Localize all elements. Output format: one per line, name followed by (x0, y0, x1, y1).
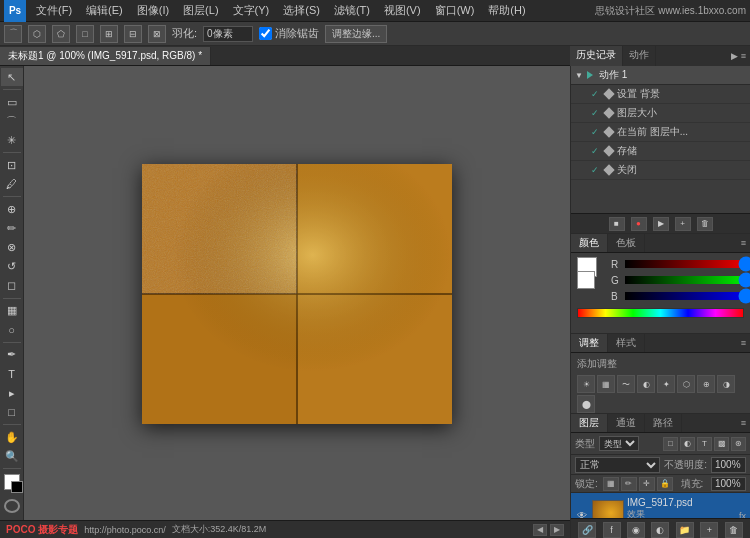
add-adjustment-label[interactable]: 添加调整 (577, 357, 744, 371)
quick-mask-btn[interactable] (4, 499, 20, 513)
lock-image-btn[interactable]: ✏ (621, 477, 637, 491)
shape-layer-btn[interactable]: ▩ (714, 437, 729, 451)
layer-visibility-1[interactable]: 👁 (575, 509, 589, 519)
tab-palette[interactable]: 色板 (608, 234, 645, 252)
panel-menu-icon[interactable]: ▶ (731, 51, 738, 61)
menu-edit[interactable]: 编辑(E) (80, 1, 129, 20)
background-swatch[interactable] (577, 271, 595, 289)
menu-select[interactable]: 选择(S) (277, 1, 326, 20)
menu-view[interactable]: 视图(V) (378, 1, 427, 20)
background-color[interactable] (11, 481, 23, 493)
add-mask-btn[interactable]: ◉ (627, 522, 645, 538)
fill-input[interactable] (711, 477, 746, 491)
stop-action-btn[interactable]: ■ (609, 217, 625, 231)
action-group-arrow[interactable]: ▼ (575, 71, 583, 80)
tab-paths[interactable]: 路径 (645, 414, 682, 432)
lasso-tool-icon[interactable]: ⌒ (4, 25, 22, 43)
hand-tool[interactable]: ✋ (1, 428, 23, 446)
eraser-tool[interactable]: ◻ (1, 277, 23, 295)
menu-file[interactable]: 文件(F) (30, 1, 78, 20)
new-layer-btn[interactable]: + (700, 522, 718, 538)
bw-adj-btn[interactable]: ◑ (717, 375, 735, 393)
color-spectrum[interactable] (577, 308, 744, 318)
pixel-layer-btn[interactable]: □ (663, 437, 678, 451)
menu-text[interactable]: 文字(Y) (227, 1, 276, 20)
path-select-tool[interactable]: ▸ (1, 384, 23, 402)
adjust-edge-button[interactable]: 调整边缘... (325, 25, 387, 43)
text-layer-btn[interactable]: T (697, 437, 712, 451)
clone-tool[interactable]: ⊗ (1, 238, 23, 256)
panel-expand-icon[interactable]: ≡ (741, 51, 746, 61)
document-tab[interactable]: 未标题1 @ 100% (IMG_5917.psd, RGB/8) * (0, 47, 211, 65)
lasso-tool[interactable]: ⌒ (1, 112, 23, 130)
color-panel-menu[interactable]: ≡ (741, 238, 746, 248)
b-slider[interactable] (625, 292, 750, 300)
text-tool[interactable]: T (1, 365, 23, 383)
new-group-btn[interactable]: 📁 (676, 522, 694, 538)
link-layers-btn[interactable]: 🔗 (578, 522, 596, 538)
adj-panel-menu[interactable]: ≡ (741, 338, 746, 348)
lock-transparent-btn[interactable]: ▦ (603, 477, 619, 491)
opacity-input[interactable] (711, 457, 746, 473)
action-item-3[interactable]: ✓ 在当前 图层中... (571, 123, 750, 142)
menu-layer[interactable]: 图层(L) (177, 1, 224, 20)
menu-filter[interactable]: 滤镜(T) (328, 1, 376, 20)
blend-mode-select[interactable]: 正常 (575, 457, 660, 473)
action-run-btn[interactable] (587, 71, 595, 79)
shape-tool[interactable]: □ (1, 403, 23, 421)
spot-heal-tool[interactable]: ⊕ (1, 200, 23, 218)
magic-wand-tool[interactable]: ✳ (1, 131, 23, 149)
tab-adjustments[interactable]: 调整 (571, 334, 608, 352)
anti-alias-check[interactable] (259, 27, 272, 40)
action-item-5[interactable]: ✓ 关闭 (571, 161, 750, 180)
tab-channels[interactable]: 通道 (608, 414, 645, 432)
nav-right-btn[interactable]: ▶ (550, 524, 564, 536)
hsl-adj-btn[interactable]: ⬡ (677, 375, 695, 393)
action-item-2[interactable]: ✓ 图层大小 (571, 104, 750, 123)
r-slider[interactable] (625, 260, 750, 268)
lock-position-btn[interactable]: ✛ (639, 477, 655, 491)
tab-layers[interactable]: 图层 (571, 414, 608, 432)
canvas-scroll[interactable] (24, 66, 570, 522)
new-selection-icon[interactable]: □ (76, 25, 94, 43)
tab-styles[interactable]: 样式 (608, 334, 645, 352)
delete-action-btn[interactable]: 🗑 (697, 217, 713, 231)
anti-alias-checkbox[interactable]: 消除锯齿 (259, 26, 319, 41)
vibrance-adj-btn[interactable]: ✦ (657, 375, 675, 393)
menu-image[interactable]: 图像(I) (131, 1, 175, 20)
menu-help[interactable]: 帮助(H) (482, 1, 531, 20)
foreground-color[interactable] (4, 474, 20, 490)
inter-selection-icon[interactable]: ⊠ (148, 25, 166, 43)
gradient-tool[interactable]: ▦ (1, 302, 23, 320)
kind-select[interactable]: 类型 (599, 436, 639, 451)
colorbal-adj-btn[interactable]: ⊕ (697, 375, 715, 393)
crop-tool[interactable]: ⊡ (1, 156, 23, 174)
adj-layer-btn[interactable]: ◐ (680, 437, 695, 451)
menu-window[interactable]: 窗口(W) (429, 1, 481, 20)
exposure-adj-btn[interactable]: ◐ (637, 375, 655, 393)
tab-color[interactable]: 颜色 (571, 234, 608, 252)
new-action-btn[interactable]: + (675, 217, 691, 231)
smart-layer-btn[interactable]: ⊛ (731, 437, 746, 451)
nav-left-btn[interactable]: ◀ (533, 524, 547, 536)
layer-item-1[interactable]: 👁 IMG_5917.psd 效果 投影 fx (571, 493, 750, 518)
delete-layer-btn[interactable]: 🗑 (725, 522, 743, 538)
move-tool[interactable]: ↖ (1, 68, 23, 86)
tab-history[interactable]: 历史记录 (570, 46, 623, 66)
pen-tool[interactable]: ✒ (1, 346, 23, 364)
marquee-tool[interactable]: ▭ (1, 93, 23, 111)
zoom-tool[interactable]: 🔍 (1, 447, 23, 465)
levels-adj-btn[interactable]: ▦ (597, 375, 615, 393)
curves-adj-btn[interactable]: 〜 (617, 375, 635, 393)
poly-lasso-icon[interactable]: ⬡ (28, 25, 46, 43)
play-action-btn[interactable]: ▶ (653, 217, 669, 231)
mag-lasso-icon[interactable]: ⬠ (52, 25, 70, 43)
new-fill-layer-btn[interactable]: ◐ (651, 522, 669, 538)
brightness-adj-btn[interactable]: ☀ (577, 375, 595, 393)
tab-actions[interactable]: 动作 (623, 46, 656, 66)
photo-adj-btn[interactable]: ⬤ (577, 395, 595, 413)
sub-selection-icon[interactable]: ⊟ (124, 25, 142, 43)
dodge-tool[interactable]: ○ (1, 321, 23, 339)
brush-tool[interactable]: ✏ (1, 219, 23, 237)
action-item-1[interactable]: ✓ 设置 背景 (571, 85, 750, 104)
